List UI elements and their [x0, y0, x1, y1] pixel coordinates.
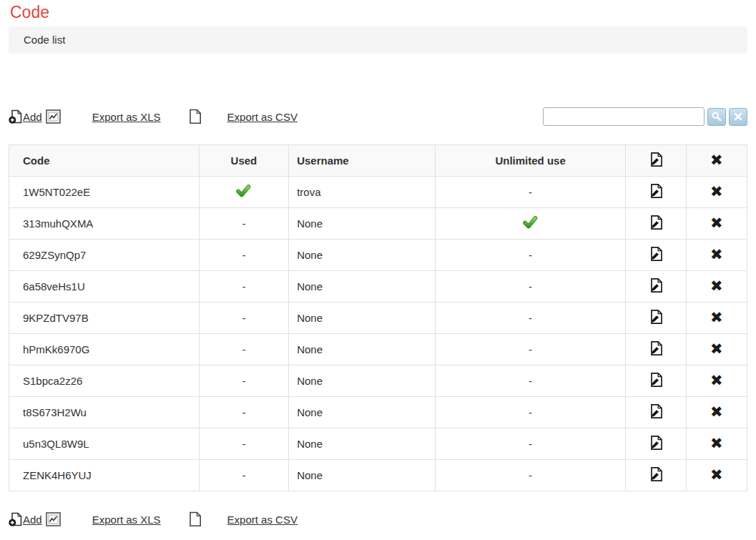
edit-page-pencil-icon [649, 403, 663, 419]
table-row: 629ZSynQp7 - None - ✖ [9, 240, 747, 271]
username-cell: None [289, 303, 436, 334]
code-cell: 629ZSynQp7 [9, 240, 200, 271]
search-button[interactable] [707, 108, 726, 126]
edit-button[interactable] [649, 283, 663, 295]
edit-page-pencil-icon [649, 246, 663, 262]
unlimited-cell: - [435, 177, 626, 208]
export-csv-link[interactable]: Export as CSV [227, 111, 298, 123]
delete-column-icon: ✖ [710, 152, 723, 169]
clear-search-button[interactable] [729, 108, 747, 126]
unlimited-cell: - [435, 460, 626, 491]
green-check-icon [236, 185, 251, 197]
edit-cell [626, 208, 686, 240]
code-cell: hPmKk6970G [9, 334, 200, 365]
used-cell: - [199, 428, 288, 460]
unlimited-cell: - [435, 240, 626, 271]
edit-cell [626, 271, 686, 303]
add-link[interactable]: Add [23, 514, 42, 526]
header-code: Code [9, 145, 200, 177]
delete-cell: ✖ [686, 208, 747, 240]
add-group: Add [9, 512, 61, 526]
username-cell: None [289, 271, 436, 303]
edit-cell [626, 460, 686, 491]
username-cell: None [289, 365, 436, 397]
edit-cell [626, 365, 686, 397]
delete-cell: ✖ [686, 271, 747, 303]
search-input[interactable] [543, 107, 705, 126]
delete-button[interactable]: ✖ [710, 372, 723, 389]
delete-cell: ✖ [686, 428, 747, 460]
header-delete: ✖ [686, 145, 747, 177]
delete-button[interactable]: ✖ [710, 435, 723, 452]
username-cell: None [289, 428, 436, 460]
add-page-plus-icon[interactable] [9, 512, 23, 526]
edit-button[interactable] [649, 252, 663, 264]
edit-button[interactable] [649, 189, 663, 201]
edit-button[interactable] [649, 409, 663, 421]
edit-page-pencil-icon [649, 309, 663, 325]
clear-x-icon [734, 112, 742, 121]
code-cell: 1W5NT022eE [9, 177, 200, 208]
table-row: hPmKk6970G - None - ✖ [9, 334, 747, 365]
export-csv-link[interactable]: Export as CSV [227, 514, 298, 526]
edit-page-pencil-icon [649, 278, 663, 293]
unlimited-cell: - [435, 334, 626, 365]
username-cell: None [289, 208, 436, 240]
add-link[interactable]: Add [23, 111, 42, 123]
delete-button[interactable]: ✖ [710, 466, 723, 483]
top-toolbar: Add Export as XLS Export as CSV [9, 107, 747, 127]
edit-column-icon-slot [649, 157, 663, 170]
edit-button[interactable] [649, 472, 663, 484]
edit-cell [626, 397, 686, 428]
unlimited-cell [435, 208, 626, 240]
add-group: Add [9, 109, 61, 124]
edit-page-pencil-icon [649, 372, 663, 388]
used-cell: - [199, 365, 288, 397]
table-row: t8S673H2Wu - None - ✖ [9, 397, 747, 428]
table-row: 1W5NT022eE trova - ✖ [9, 177, 747, 208]
edit-button[interactable] [649, 220, 663, 232]
used-cell: - [199, 303, 288, 334]
code-cell: u5n3QL8W9L [9, 428, 200, 460]
code-cell: 9KPZdTV97B [9, 303, 200, 334]
edit-button[interactable] [649, 346, 663, 358]
export-xls-link[interactable]: Export as XLS [92, 111, 161, 123]
delete-button[interactable]: ✖ [710, 246, 723, 263]
username-cell: trova [289, 177, 436, 208]
code-cell: 313muhQXMA [9, 208, 200, 240]
code-page: Code Code list Add Export as XLS Export … [0, 0, 756, 529]
unlimited-cell: - [435, 428, 626, 460]
edit-button[interactable] [649, 315, 663, 327]
header-unlimited: Unlimited use [435, 145, 626, 177]
edit-cell [626, 334, 686, 365]
delete-button[interactable]: ✖ [710, 309, 723, 326]
page-title: Code [10, 3, 747, 21]
used-cell [199, 177, 288, 208]
edit-page-pencil-icon [649, 215, 663, 230]
delete-button[interactable]: ✖ [710, 340, 723, 358]
unlimited-cell: - [435, 397, 626, 428]
edit-button[interactable] [649, 441, 663, 453]
export-xls-link[interactable]: Export as XLS [92, 514, 161, 526]
code-table: Code Used Username Unlimited use ✖ 1W5NT… [9, 144, 747, 491]
code-cell: ZENK4H6YUJ [9, 460, 200, 491]
edit-button[interactable] [649, 378, 663, 390]
code-cell: S1bpca2z26 [9, 365, 200, 397]
code-cell: t8S673H2Wu [9, 397, 200, 428]
delete-cell: ✖ [686, 365, 747, 397]
edit-page-pencil-icon [649, 152, 663, 167]
add-page-plus-icon[interactable] [9, 109, 23, 124]
delete-button[interactable]: ✖ [710, 183, 723, 200]
delete-button[interactable]: ✖ [710, 403, 723, 421]
used-cell: - [199, 208, 288, 240]
table-row: S1bpca2z26 - None - ✖ [9, 365, 747, 397]
edit-cell [626, 240, 686, 271]
delete-cell: ✖ [686, 397, 747, 428]
unlimited-cell: - [435, 303, 626, 334]
table-row: 9KPZdTV97B - None - ✖ [9, 303, 747, 334]
header-edit [626, 145, 686, 177]
header-username: Username [289, 145, 436, 177]
delete-button[interactable]: ✖ [710, 215, 723, 232]
used-cell: - [199, 397, 288, 428]
delete-button[interactable]: ✖ [710, 278, 723, 295]
